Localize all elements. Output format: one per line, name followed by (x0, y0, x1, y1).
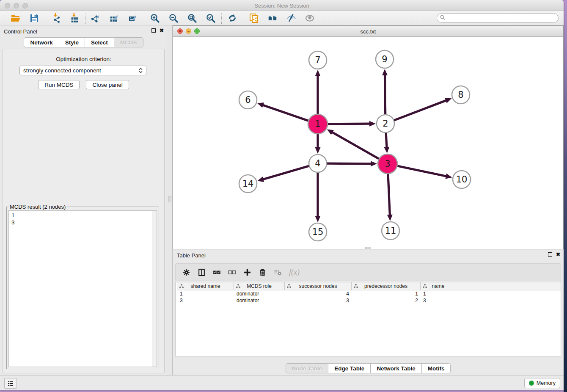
delete-table-icon[interactable] (274, 268, 282, 276)
tab-edge-table[interactable]: Edge Table (328, 363, 371, 373)
table-toolbar: f(x) (175, 263, 561, 281)
graph-edge-3-10[interactable] (396, 166, 447, 177)
tab-mcds[interactable]: MCDS (114, 37, 143, 47)
graph-node-label: 1 (315, 119, 320, 129)
close-icon[interactable]: ✖ (160, 28, 164, 33)
status-bar: Memory (0, 375, 564, 390)
table-cell[interactable]: 3 (421, 297, 456, 304)
column-header-label: MCDS role (247, 283, 272, 289)
refresh-icon[interactable] (227, 13, 237, 23)
graph-edge-2-3[interactable] (386, 131, 387, 148)
zoom-out-icon[interactable] (168, 13, 179, 23)
workspace: ✕ – + scc.txt 7968124314101511 Table Pan… (173, 25, 564, 375)
select-spinner-icon (139, 68, 143, 73)
table-settings-icon[interactable] (182, 268, 190, 276)
save-session-icon[interactable] (29, 13, 39, 23)
graph-node-label: 3 (385, 159, 390, 169)
panel-splitter[interactable] (167, 25, 173, 375)
clone-network-icon[interactable] (249, 13, 259, 23)
table-cell[interactable]: 1 (421, 290, 456, 297)
table-cell[interactable]: 4 (285, 290, 352, 297)
table-tabs: Node TableEdge TableNetwork TableMotifs (173, 363, 564, 373)
float-icon[interactable] (151, 28, 156, 33)
table-row[interactable]: 3dominator323 (177, 297, 561, 304)
table-cell[interactable]: 3 (285, 297, 352, 304)
column-header-predecessor-nodes[interactable]: predecessor nodes (352, 282, 421, 290)
graph-edge-arrow (315, 70, 321, 76)
criterion-select[interactable]: strongly connected component (19, 66, 146, 75)
graph-edge-2-8[interactable] (392, 100, 447, 121)
close-icon[interactable]: ✖ (556, 252, 560, 257)
import-table-icon[interactable] (69, 13, 80, 23)
graph-edge-1-2[interactable] (326, 124, 371, 124)
column-header-label: predecessor nodes (364, 283, 407, 289)
table-cell[interactable]: 3 (177, 297, 234, 304)
table-cell[interactable]: 1 (177, 290, 234, 297)
memory-label: Memory (537, 380, 556, 386)
close-panel-button[interactable]: Close panel (86, 80, 129, 89)
graph-edge-arrow (384, 147, 389, 153)
show-panels-icon[interactable] (305, 13, 315, 23)
mcds-result-list[interactable]: 13 (8, 210, 157, 367)
column-header-label: successor nodes (299, 283, 337, 289)
graph-node-label: 10 (456, 174, 468, 185)
control-panel-title: Control Panel (4, 28, 37, 35)
tab-select[interactable]: Select (85, 37, 114, 47)
select-all-columns-icon[interactable] (213, 268, 221, 276)
table-cell[interactable]: 2 (352, 297, 421, 304)
network-graph: 7968124314101511 (173, 37, 563, 249)
open-session-icon[interactable] (11, 13, 21, 23)
graph-edge-arrow (371, 161, 377, 166)
tab-style[interactable]: Style (59, 37, 85, 47)
home-icon[interactable] (267, 13, 278, 23)
tab-motifs[interactable]: Motifs (422, 363, 451, 373)
column-header-name[interactable]: name (421, 282, 456, 290)
column-header-label: name (432, 283, 444, 289)
zoom-in-icon[interactable] (150, 13, 160, 23)
import-network-icon[interactable] (51, 13, 61, 23)
graph-edge-2-9[interactable] (385, 74, 385, 116)
hide-panels-icon[interactable] (286, 13, 296, 23)
run-mcds-button[interactable]: Run MCDS (38, 80, 80, 89)
delete-column-icon[interactable] (259, 268, 267, 276)
graph-edge-3-11[interactable] (388, 172, 390, 216)
graph-node-label: 8 (458, 90, 463, 100)
graph-edge-1-6[interactable] (262, 105, 310, 121)
table-cell[interactable]: 1 (352, 290, 421, 297)
network-window-titlebar[interactable]: ✕ – + scc.txt (173, 26, 563, 37)
task-history-button[interactable] (4, 378, 17, 389)
memory-button[interactable]: Memory (524, 378, 560, 388)
export-image-icon[interactable] (128, 13, 138, 23)
column-header-successor-nodes[interactable]: successor nodes (285, 282, 352, 290)
graph-edge-3-1[interactable] (331, 132, 380, 160)
table-panel: Table Panel ✖ f(x) shared nameMCDS roles… (173, 249, 564, 375)
tab-network[interactable]: Network (24, 37, 59, 47)
export-table-icon[interactable] (110, 13, 120, 23)
search-input[interactable] (446, 14, 558, 22)
graph-edge-4-3[interactable] (325, 163, 372, 164)
splitter-grip[interactable] (168, 196, 171, 202)
graph-node-label: 4 (315, 158, 320, 168)
graph-edge-arrow (445, 98, 451, 103)
graph-edge-4-14[interactable] (262, 166, 311, 179)
column-header-MCDS-role[interactable]: MCDS role (234, 282, 285, 290)
result-scrollbar[interactable] (152, 211, 157, 367)
export-network-icon[interactable] (91, 13, 101, 23)
search-box[interactable] (437, 13, 559, 23)
float-icon[interactable] (548, 252, 552, 257)
control-panel-header: Control Panel ✖ (0, 25, 167, 37)
tab-network-table[interactable]: Network Table (371, 363, 421, 373)
graph-edge-arrow (445, 174, 452, 179)
graph-edge-arrow (257, 102, 264, 108)
column-header-shared-name[interactable]: shared name (177, 282, 234, 290)
zoom-fit-icon[interactable] (187, 13, 197, 23)
zoom-selected-icon[interactable] (206, 13, 216, 23)
tab-node-table[interactable]: Node Table (286, 363, 329, 373)
table-cell[interactable]: dominator (234, 290, 285, 297)
add-column-icon[interactable] (243, 268, 251, 276)
table-row[interactable]: 1dominator411 (177, 290, 561, 297)
network-canvas[interactable]: 7968124314101511 (173, 37, 563, 248)
deselect-all-columns-icon[interactable] (228, 268, 236, 276)
split-columns-icon[interactable] (198, 268, 206, 276)
table-cell[interactable]: dominator (234, 297, 285, 304)
